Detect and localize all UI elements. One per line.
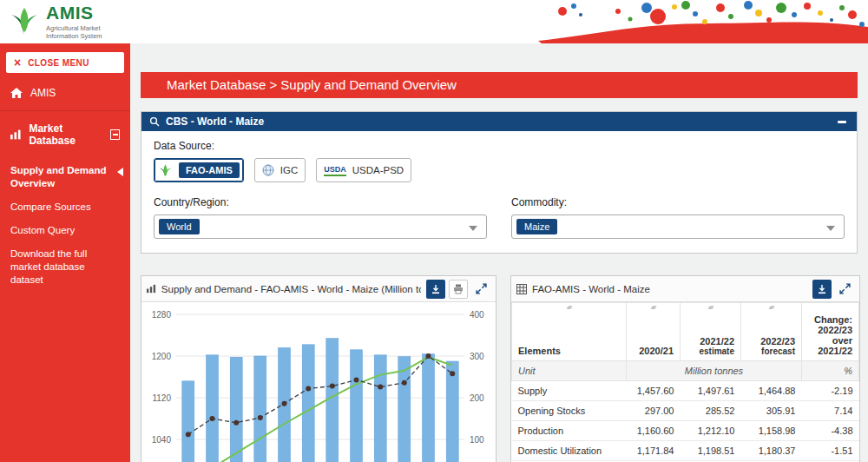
filter-panel-title: CBS - World - Maize xyxy=(166,116,264,128)
data-source-label-text: USDA-PSD xyxy=(352,165,404,175)
sidebar-item-supply-demand-overview[interactable]: Supply and Demand Overview xyxy=(10,159,130,195)
country-region-group: Country/Region: World xyxy=(154,196,487,239)
table-panel-title: FAO-AMIS - World - Maize xyxy=(532,284,650,294)
supply-demand-table: ▴▾ Elements ▴▾ 2020/21 ▴▾ 2021/22 estima… xyxy=(511,302,859,462)
table-grid-icon xyxy=(516,284,527,294)
logo-text: AMIS Agricultural Market Information Sys… xyxy=(46,4,102,40)
unit-percent: % xyxy=(802,361,859,381)
table-row-production: Production 1,160.60 1,212.10 1,158.98 -4… xyxy=(512,421,859,441)
column-header-2021-22[interactable]: ▴▾ 2021/22 estimate xyxy=(681,303,741,361)
svg-text:1120: 1120 xyxy=(152,393,171,403)
bar-chart-icon xyxy=(147,284,156,294)
table-row-supply: Supply 1,457.60 1,497.61 1,464.88 -2.19 xyxy=(512,381,859,401)
table-row-domestic-utilization: Domestic Utilization 1,171.84 1,198.51 1… xyxy=(512,441,859,461)
table-panel: FAO-AMIS - World - Maize xyxy=(510,275,860,462)
table-row-opening-stocks: Opening Stocks 297.00 285.52 305.91 7.14 xyxy=(512,401,859,421)
country-tag: World xyxy=(159,219,200,234)
data-source-label-chip: FAO-AMIS xyxy=(179,162,240,178)
column-header-2020-21[interactable]: ▴▾ 2020/21 xyxy=(627,303,681,361)
filter-panel-header: CBS - World - Maize xyxy=(141,112,857,131)
sort-icon: ▴▾ xyxy=(567,304,571,311)
sort-icon: ▴▾ xyxy=(769,304,773,311)
breadcrumb: Market Database > Supply and Demand Over… xyxy=(141,72,858,98)
commodity-select[interactable]: Maize xyxy=(511,214,845,239)
sidebar: × CLOSE MENU AMIS Market Database Supply… xyxy=(0,43,130,462)
amis-app: AMIS Agricultural Market Information Sys… xyxy=(0,0,868,462)
supply-demand-chart: 1280120011201040400300200100 xyxy=(141,302,496,462)
data-source-usda-psd-button[interactable]: USDA USDA-PSD xyxy=(316,158,411,182)
sidebar-item-label: Supply and Demand Overview xyxy=(10,165,107,188)
main-content: Market Database > Supply and Demand Over… xyxy=(130,43,868,462)
sidebar-subnav: Supply and Demand Overview Compare Sourc… xyxy=(0,155,130,292)
svg-text:300: 300 xyxy=(470,352,484,361)
data-source-igc-button[interactable]: IGC xyxy=(254,158,306,182)
table-panel-header: FAO-AMIS - World - Maize xyxy=(511,276,859,302)
cbs-filter-panel: CBS - World - Maize Data Source: FAO-AMI… xyxy=(141,111,858,254)
column-label: Elements xyxy=(518,346,561,356)
chevron-down-icon xyxy=(826,226,835,231)
expand-icon xyxy=(476,283,487,294)
chart-panel: Supply and Demand - FAO-AMIS - World - M… xyxy=(141,275,496,462)
commodity-group: Commodity: Maize xyxy=(511,196,845,239)
expand-icon xyxy=(839,283,851,294)
data-source-buttons: FAO-AMIS IGC USDA USDA-PSD xyxy=(154,158,845,182)
download-chart-button[interactable] xyxy=(426,280,445,299)
chart-panel-buttons xyxy=(426,280,490,299)
sidebar-item-download-dataset[interactable]: Download the full market database datase… xyxy=(10,242,130,292)
sidebar-item-amis[interactable]: AMIS xyxy=(0,78,130,111)
svg-text:1200: 1200 xyxy=(152,352,172,361)
filter-panel-body: Data Source: FAO-AMIS xyxy=(141,131,857,253)
sort-icon: ▴▾ xyxy=(708,304,713,311)
top-header: AMIS Agricultural Market Information Sys… xyxy=(0,0,868,43)
close-icon: × xyxy=(14,57,21,68)
close-menu-label: CLOSE MENU xyxy=(28,58,89,68)
bar-chart-icon xyxy=(10,129,21,140)
commodity-label: Commodity: xyxy=(511,196,845,208)
printer-icon xyxy=(453,284,464,294)
bottom-row: Supply and Demand - FAO-AMIS - World - M… xyxy=(141,275,858,462)
sidebar-item-market-database[interactable]: Market Database xyxy=(0,111,130,155)
print-chart-button[interactable] xyxy=(449,280,468,299)
sidebar-item-custom-query[interactable]: Custom Query xyxy=(10,219,130,242)
chart-panel-header: Supply and Demand - FAO-AMIS - World - M… xyxy=(141,276,496,302)
expand-table-button[interactable] xyxy=(835,280,854,299)
collapse-panel-button[interactable] xyxy=(835,116,849,128)
svg-text:1040: 1040 xyxy=(152,435,172,445)
country-region-select[interactable]: World xyxy=(154,214,487,239)
active-item-arrow-icon xyxy=(117,168,123,176)
column-label: Change: 2022/23 over 2021/22 xyxy=(814,314,852,356)
country-region-label: Country/Region: xyxy=(154,196,487,208)
column-header-2022-23[interactable]: ▴▾ 2022/23 forecast xyxy=(741,303,802,361)
column-sublabel: forecast xyxy=(747,346,795,356)
sidebar-item-label: Download the full market database datase… xyxy=(10,248,87,285)
sidebar-item-compare-sources[interactable]: Compare Sources xyxy=(10,195,130,219)
collapse-section-icon[interactable] xyxy=(110,129,120,140)
download-table-button[interactable] xyxy=(812,280,832,299)
header-decoration xyxy=(538,0,868,43)
download-icon xyxy=(431,284,441,294)
expand-chart-button[interactable] xyxy=(471,280,490,299)
globe-icon xyxy=(262,164,274,176)
close-menu-button[interactable]: × CLOSE MENU xyxy=(6,52,124,73)
amis-wheat-icon xyxy=(9,4,40,37)
column-sublabel: estimate xyxy=(687,346,734,356)
data-source-label-text: IGC xyxy=(280,165,298,175)
unit-label: Unit xyxy=(512,361,627,381)
sidebar-item-label: Custom Query xyxy=(10,225,75,235)
chart-panel-title: Supply and Demand - FAO-AMIS - World - M… xyxy=(161,284,421,294)
commodity-tag: Maize xyxy=(516,219,557,234)
chevron-down-icon xyxy=(469,226,477,231)
column-header-change[interactable]: Change: 2022/23 over 2021/22 xyxy=(802,303,859,361)
data-source-label: Data Source: xyxy=(154,140,845,152)
column-label: 2020/21 xyxy=(639,346,674,356)
amis-logo[interactable]: AMIS Agricultural Market Information Sys… xyxy=(9,4,102,40)
sort-icon: ▴▾ xyxy=(651,304,655,311)
data-source-fao-amis-button[interactable]: FAO-AMIS xyxy=(154,158,244,182)
download-icon xyxy=(817,284,827,294)
column-header-elements[interactable]: ▴▾ Elements xyxy=(512,303,627,361)
sidebar-item-label: AMIS xyxy=(30,87,56,99)
unit-row: Unit Million tonnes % xyxy=(512,361,859,381)
column-label: 2022/23 xyxy=(747,336,795,346)
usda-logo: USDA xyxy=(324,165,346,176)
svg-text:400: 400 xyxy=(470,310,484,320)
